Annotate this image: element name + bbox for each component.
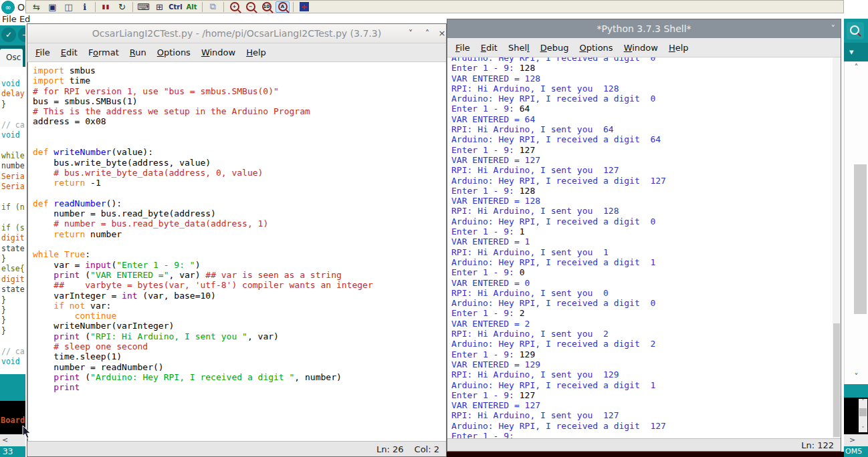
code-line bbox=[33, 127, 446, 137]
upload-button[interactable]: → bbox=[18, 27, 25, 42]
mouse-cursor bbox=[22, 426, 31, 439]
menu-item-shell[interactable]: Shell bbox=[503, 41, 535, 55]
ctrl-key-button[interactable]: Ctrl bbox=[169, 1, 183, 13]
scroll-down-icon[interactable]: ˅ bbox=[845, 372, 868, 382]
scroll-up-icon[interactable]: ˄ bbox=[845, 63, 868, 72]
shell-line: VAR ENTERED = 127 bbox=[451, 400, 841, 410]
menu-item-options[interactable]: Options bbox=[574, 41, 618, 55]
alt-key-button[interactable]: Alt bbox=[185, 1, 199, 13]
zoom-out-icon[interactable]: − bbox=[243, 1, 257, 13]
code-line: import time bbox=[33, 75, 446, 86]
zoom-fit-icon[interactable]: A bbox=[276, 1, 290, 13]
menu-item-window[interactable]: Window bbox=[619, 41, 663, 55]
arduino-code-line: state bbox=[1, 244, 25, 254]
arduino-code-line: } bbox=[1, 254, 25, 264]
arduino-dropdown[interactable]: ▾ bbox=[844, 43, 868, 61]
shell-window-title: *Python 3.7.3 Shell* bbox=[447, 19, 841, 38]
code-line: print bbox=[33, 382, 446, 392]
line-indicator: Ln: 26 bbox=[376, 444, 404, 454]
editor-statusbar: Ln: 26 Col: 2 bbox=[27, 441, 446, 456]
copy-icon[interactable]: ⧉ bbox=[206, 1, 220, 13]
shade-button[interactable]: ˅ bbox=[831, 19, 836, 38]
code-line: return number bbox=[33, 229, 446, 239]
scrollbar-thumb[interactable] bbox=[833, 323, 840, 437]
arduino-console-strip bbox=[447, 452, 844, 457]
code-line bbox=[33, 239, 446, 249]
menu-item-edit[interactable]: Edit bbox=[475, 41, 503, 55]
verify-button[interactable]: ✓ bbox=[1, 27, 16, 42]
arduino-code-line: void bbox=[1, 79, 25, 89]
menu-item-help[interactable]: Help bbox=[663, 41, 694, 55]
shell-text-area[interactable]: Arduino: Hey RPI, I received a digit 0En… bbox=[447, 57, 841, 438]
toolbar-separator bbox=[132, 2, 133, 12]
shell-line: Enter 1 - 9: 129 bbox=[451, 349, 841, 359]
scroll-up-icon[interactable]: ˄ bbox=[859, 399, 867, 405]
code-line: print ("VAR ENTERED =", var) ## var is s… bbox=[33, 270, 446, 280]
arduino-code-line: digit bbox=[1, 233, 25, 243]
code-line: ## varbyte = bytes(var, 'utf-8') compile… bbox=[33, 280, 446, 290]
serial-monitor-button[interactable] bbox=[847, 22, 864, 39]
shell-line: VAR ENTERED = 129 bbox=[451, 359, 841, 369]
connection-info-icon[interactable]: ℹ bbox=[78, 1, 92, 13]
shell-line: Enter 1 - 9: 127 bbox=[451, 145, 841, 155]
save-icon[interactable]: ▣ bbox=[45, 1, 60, 13]
win-key-icon[interactable]: ⊞ bbox=[152, 1, 167, 13]
editor-titlebar[interactable]: OcsarLiangI2CTest.py - /home/pi/OcsarLia… bbox=[27, 24, 446, 43]
shell-line: Arduino: Hey RPI, I received a digit 1 bbox=[451, 380, 841, 390]
send-keys-icon[interactable]: ⌨ bbox=[136, 1, 150, 13]
shell-scrollbar[interactable] bbox=[833, 57, 841, 438]
shell-line: RPI: Hi Arduino, I sent you 1 bbox=[451, 247, 841, 257]
menu-item-options[interactable]: Options bbox=[152, 45, 196, 59]
arduino-left-edge: ✓ → Osc voiddelay} // cavoid whilenumbeS… bbox=[0, 25, 25, 457]
arduino-status-line-number: 33 bbox=[0, 446, 25, 457]
fullscreen-icon[interactable]: ✛ bbox=[297, 1, 311, 13]
menu-item-format[interactable]: Format bbox=[83, 45, 124, 59]
arduino-sketch-tab[interactable]: Osc bbox=[0, 49, 23, 67]
shell-statusbar: Ln: 122 bbox=[447, 438, 841, 451]
shell-line: RPI: Hi Arduino, I sent you 127 bbox=[451, 165, 841, 175]
shell-titlebar[interactable]: *Python 3.7.3 Shell* ˅ bbox=[447, 19, 841, 38]
arduino-hscroll-right[interactable]: > bbox=[844, 434, 868, 446]
pause-icon[interactable]: ▮▮ bbox=[99, 1, 113, 13]
shell-line: Enter 1 - 9: 128 bbox=[451, 186, 841, 196]
magnifier-icon bbox=[850, 25, 859, 35]
arduino-menubar[interactable]: File Ed bbox=[2, 14, 30, 24]
shell-line: RPI: Hi Arduino, I sent you 129 bbox=[451, 369, 841, 379]
code-line: number = readNumber() bbox=[33, 362, 446, 372]
scrollbar-thumb[interactable] bbox=[859, 408, 867, 416]
menu-item-edit[interactable]: Edit bbox=[56, 45, 83, 59]
shell-line: Enter 1 - 9: 0 bbox=[451, 267, 841, 277]
new-connection-icon[interactable]: ⇆ bbox=[29, 1, 43, 13]
connection-options-icon[interactable]: ◫ bbox=[62, 1, 76, 13]
editor-menubar: FileEditFormatRunOptionsWindowHelp bbox=[27, 43, 446, 62]
code-line: if not var: bbox=[33, 301, 446, 311]
code-line: address = 0x08 bbox=[33, 116, 446, 126]
unshade-button[interactable]: ˄ bbox=[421, 24, 434, 43]
zoom-100-icon[interactable]: 100 bbox=[259, 1, 274, 13]
code-line: var = input("Enter 1 - 9: ") bbox=[33, 260, 446, 270]
shade-button[interactable]: ˅ bbox=[404, 24, 417, 43]
toolbar-separator bbox=[202, 2, 203, 12]
shell-line: Arduino: Hey RPI, I received a digit 64 bbox=[451, 134, 841, 144]
editor-window: OcsarLiangI2CTest.py - /home/pi/OcsarLia… bbox=[27, 23, 447, 457]
menu-item-file[interactable]: File bbox=[450, 41, 475, 55]
menu-item-debug[interactable]: Debug bbox=[535, 41, 574, 55]
menu-item-window[interactable]: Window bbox=[196, 45, 241, 59]
vnc-toolbar: ⇆▣◫ℹ▮▮↻⌨⊞CtrlAlt⧉+−100A✛ bbox=[25, 0, 844, 13]
menu-item-file[interactable]: File bbox=[30, 45, 56, 59]
shell-line: RPI: Hi Arduino, I sent you 64 bbox=[451, 124, 841, 134]
shell-line: Arduino: Hey RPI, I received a digit 127 bbox=[451, 421, 841, 431]
editor-text-area[interactable]: import smbusimport time# for RPI version… bbox=[27, 62, 446, 441]
console-scrollbar[interactable]: ˄ ˅ bbox=[859, 399, 867, 432]
refresh-icon[interactable]: ↻ bbox=[115, 1, 129, 13]
menu-item-help[interactable]: Help bbox=[241, 45, 272, 59]
arduino-code-line: else{ bbox=[1, 264, 25, 274]
zoom-in-icon[interactable]: + bbox=[227, 1, 241, 13]
shell-line: VAR ENTERED = 64 bbox=[451, 114, 841, 124]
arduino-vertical-scrollbar[interactable]: ˄ ˅ bbox=[844, 61, 868, 384]
arduino-code-line: delay bbox=[1, 89, 25, 99]
toolbar-separator bbox=[293, 2, 294, 12]
scroll-down-icon[interactable]: ˅ bbox=[859, 426, 867, 432]
menu-item-run[interactable]: Run bbox=[124, 45, 152, 59]
scrollbar-thumb[interactable] bbox=[854, 164, 867, 314]
